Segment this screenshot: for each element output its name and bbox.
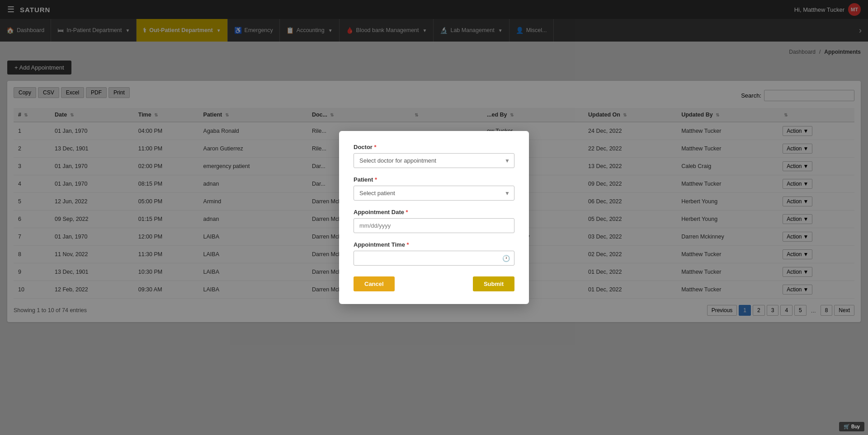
doctor-select[interactable]: Select doctor for appointment [354,153,514,168]
submit-button[interactable]: Submit [473,276,514,291]
cancel-button[interactable]: Cancel [354,276,395,291]
time-label: Appointment Time * [354,241,514,248]
clock-icon: 🕐 [502,255,510,262]
patient-select[interactable]: Select patient [354,186,514,201]
modal-overlay[interactable]: Doctor * Select doctor for appointment ▼… [0,0,868,435]
patient-select-wrap: Select patient ▼ [354,186,514,201]
appointment-date-field: Appointment Date * [354,209,514,233]
doctor-label: Doctor * [354,144,514,150]
doctor-field: Doctor * Select doctor for appointment ▼ [354,144,514,168]
patient-required: * [375,176,377,183]
appointment-time-input[interactable]: 03:30 PM [354,251,514,266]
time-input-wrap: 03:30 PM 🕐 [354,251,514,266]
date-label: Appointment Date * [354,209,514,215]
modal-actions: Cancel Submit [354,276,514,291]
time-required: * [407,241,409,248]
date-required: * [406,209,408,215]
doctor-required: * [374,144,377,150]
patient-field: Patient * Select patient ▼ [354,176,514,201]
appointment-time-field: Appointment Time * 03:30 PM 🕐 [354,241,514,266]
buy-badge[interactable]: 🛒 Buy [839,422,864,431]
modal-dialog: Doctor * Select doctor for appointment ▼… [339,131,529,304]
appointment-date-input[interactable] [354,218,514,233]
patient-label: Patient * [354,176,514,183]
doctor-select-wrap: Select doctor for appointment ▼ [354,153,514,168]
